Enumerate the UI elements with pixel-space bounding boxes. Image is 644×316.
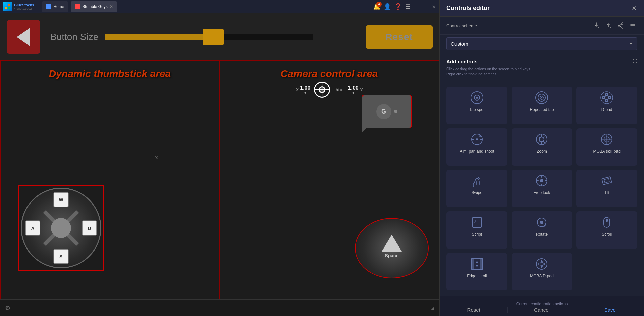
corner-indicator-icon: ◢: [431, 305, 434, 311]
repeated-tap-icon: [535, 91, 549, 105]
moba-skill-pad-icon: [600, 132, 614, 146]
tab-home[interactable]: Home: [42, 1, 68, 12]
footer-cancel-button[interactable]: Cancel: [508, 307, 576, 313]
moba-dpad-label: MOBA D-pad: [530, 274, 554, 279]
panel-title: Controls editor: [446, 5, 490, 12]
dpad-icon: [600, 91, 614, 105]
footer-save-button[interactable]: Save: [576, 307, 644, 313]
control-scroll[interactable]: Scroll: [576, 211, 637, 249]
button-size-slider[interactable]: [105, 29, 313, 45]
panel-header: Controls editor ✕: [440, 0, 644, 17]
control-dpad[interactable]: D-pad: [576, 87, 637, 124]
script-icon: [470, 215, 484, 229]
panel-close-button[interactable]: ✕: [631, 5, 637, 12]
settings-gear-icon[interactable]: ⚙: [5, 304, 10, 312]
svg-point-23: [476, 138, 478, 140]
minimize-button[interactable]: ─: [414, 4, 419, 9]
close-button-main[interactable]: ✕: [431, 4, 437, 9]
add-controls-section: Add controls ⓘ Click or drag the actions…: [440, 54, 644, 81]
svg-point-9: [476, 97, 478, 99]
game-zones: Dynamic thumbstick area ✕ W A S D: [0, 60, 439, 299]
chat-key-label: G: [381, 108, 386, 115]
svg-marker-57: [541, 260, 543, 262]
control-tap-spot[interactable]: Tap spot: [446, 87, 507, 124]
svg-marker-59: [537, 263, 539, 265]
rotate-icon: [535, 215, 549, 229]
controls-grid: Tap spot Repeated tap: [440, 81, 644, 296]
x-value: 1.00: [300, 85, 310, 91]
dynamic-thumbstick-zone: Dynamic thumbstick area ✕ W A S D: [1, 61, 220, 299]
svg-rect-40: [602, 177, 612, 185]
control-zoom[interactable]: Zoom: [512, 128, 573, 166]
crosshair-widget[interactable]: [314, 81, 330, 98]
x-arrow-down[interactable]: ▼: [304, 91, 307, 95]
coord-y-arrows: 1.00 ▼: [348, 85, 359, 95]
app-version: 4.280.1.1002: [14, 7, 34, 10]
svg-marker-53: [476, 261, 478, 263]
control-rotate[interactable]: Rotate: [512, 211, 573, 249]
account-icon[interactable]: 👤: [384, 3, 391, 10]
free-look-label: Free look: [533, 190, 550, 196]
add-controls-info-icon[interactable]: ⓘ: [633, 58, 637, 64]
control-moba-dpad[interactable]: MOBA D-pad: [512, 253, 573, 290]
zoom-icon: [535, 132, 549, 146]
reset-button-label: Reset: [385, 32, 413, 42]
dpad-container[interactable]: W A S D: [21, 188, 101, 268]
scroll-icon: [600, 215, 614, 229]
space-button-inner: Space: [372, 235, 412, 262]
control-moba-skill-pad[interactable]: MOBA skill pad: [576, 128, 637, 166]
svg-point-17: [605, 96, 608, 99]
help-icon[interactable]: ❓: [394, 3, 402, 10]
top-control-bar: Button Size Reset: [0, 13, 439, 60]
back-button[interactable]: [7, 20, 40, 54]
key-w-button[interactable]: W: [54, 192, 69, 207]
key-a-button[interactable]: A: [25, 221, 40, 236]
control-script[interactable]: Script: [446, 211, 507, 249]
dpad-icon-label: D-pad: [601, 107, 612, 113]
dropdown-arrow-icon: ▼: [629, 41, 633, 46]
edge-scroll-icon: [470, 257, 484, 271]
space-button[interactable]: Space: [355, 218, 429, 278]
scheme-share-icon[interactable]: [616, 21, 625, 30]
title-bar: BlueStacks 4.280.1.1002 Home Stumble Guy…: [0, 0, 439, 13]
scheme-export-icon[interactable]: [604, 21, 613, 30]
y-arrow-down[interactable]: ▼: [352, 91, 355, 95]
maximize-button[interactable]: ☐: [423, 4, 428, 9]
menu-icon[interactable]: ☰: [405, 3, 411, 10]
control-repeated-tap[interactable]: Repeated tap: [512, 87, 573, 124]
slider-fill: [105, 34, 217, 40]
panel-footer: Current configuration actions Reset Canc…: [440, 296, 644, 316]
control-aim-pan-shoot[interactable]: Aim, pan and shoot: [446, 128, 507, 166]
scheme-dropdown[interactable]: Custom ▼: [446, 37, 637, 50]
back-arrow-icon: [17, 28, 30, 46]
dpad-outer-circle: W A S D: [21, 188, 101, 268]
tab-stumbleguys[interactable]: Stumble Guys ✕: [71, 1, 117, 12]
key-s-button[interactable]: S: [54, 249, 69, 264]
scheme-dropdown-row: Custom ▼: [440, 35, 644, 54]
scheme-import-icon[interactable]: [592, 21, 601, 30]
svg-point-56: [540, 262, 543, 266]
chat-button-inner: G: [376, 104, 391, 119]
control-free-look[interactable]: Free look: [512, 170, 573, 207]
slider-thumb[interactable]: [203, 29, 224, 45]
camera-zone-label: Camera control area: [280, 68, 378, 79]
control-edge-scroll[interactable]: Edge scroll: [446, 253, 507, 290]
controls-editor-panel: Controls editor ✕ Control scheme: [439, 0, 644, 316]
title-bar-controls: 🔔 4 👤 ❓ ☰ ─ ☐ ✕: [373, 3, 437, 10]
dynamic-zone-label: Dynamic thumbstick area: [49, 68, 171, 79]
key-d-button[interactable]: D: [82, 221, 97, 236]
control-tilt[interactable]: Tilt: [576, 170, 637, 207]
y-label: Y: [360, 87, 363, 92]
app-name: BlueStacks: [14, 3, 34, 7]
crosshair-container: X 1.00 ▼ ht cl 1: [296, 81, 363, 98]
svg-point-6: [618, 25, 620, 26]
chat-button[interactable]: G: [362, 95, 412, 128]
scheme-more-icon[interactable]: [628, 21, 637, 30]
control-swipe[interactable]: Swipe: [446, 170, 507, 207]
scheme-action-icons: [592, 21, 637, 30]
tab-close-icon[interactable]: ✕: [110, 4, 113, 9]
svg-rect-47: [606, 219, 608, 222]
reset-button[interactable]: Reset: [366, 25, 433, 49]
footer-reset-button[interactable]: Reset: [440, 307, 508, 313]
stumbleguys-tab-icon: [75, 4, 80, 9]
